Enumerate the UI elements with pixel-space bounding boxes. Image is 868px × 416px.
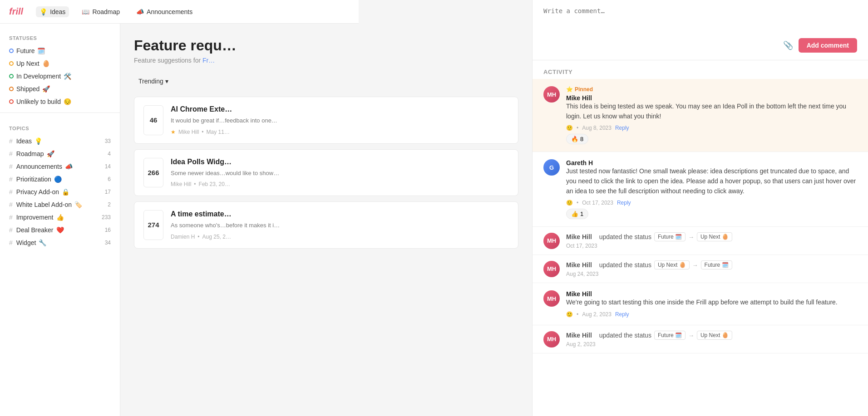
- page-title: Feature requ…: [134, 37, 518, 54]
- status-date-4: Aug 24, 2023: [566, 271, 857, 277]
- hash-icon-improvement: #: [9, 214, 13, 221]
- topic-announcements[interactable]: # Announcements 📣 14: [0, 160, 120, 173]
- topic-emoji-ideas: 💡: [35, 137, 42, 145]
- reaction-btn-1[interactable]: 🔥 8: [566, 134, 588, 144]
- topic-emoji-deal-breaker: ❤️: [56, 226, 64, 234]
- status-date-3: Oct 17, 2023: [566, 243, 857, 249]
- hash-icon-roadmap: #: [9, 150, 13, 157]
- idea-card-2[interactable]: 266 Idea Polls Widg… Some newer ideas…wo…: [134, 149, 518, 196]
- vote-box-1[interactable]: 46: [143, 105, 163, 135]
- card-author-2: Mike Hill: [171, 181, 191, 187]
- reply-link-5[interactable]: Reply: [615, 311, 629, 318]
- status-text-4: Mike Hill updated the status Up Next 🥚 →…: [566, 260, 857, 269]
- status-shipped[interactable]: Shipped 🚀: [0, 83, 120, 95]
- nav-item-announcements[interactable]: 📣 Announcements: [133, 6, 196, 17]
- pin-badge: ⭐ Pinned: [566, 86, 593, 93]
- reaction-btn-2[interactable]: 👍 1: [566, 209, 588, 219]
- status-dot-unlikely: [9, 99, 14, 104]
- status-dot-indev: [9, 74, 14, 78]
- vote-box-2[interactable]: 266: [143, 158, 163, 188]
- hash-icon-ideas: #: [9, 137, 13, 145]
- topics-section-label: Topics: [0, 117, 120, 135]
- card-meta-3: Damien H • Aug 25, 2…: [171, 234, 509, 240]
- activity-meta-2: 🙂 • Oct 17, 2023 Reply: [566, 200, 857, 206]
- activity-meta-1: 🙂 • Aug 8, 2023 Reply: [566, 125, 857, 131]
- card-desc-2: Some newer ideas…would like to show…: [171, 169, 509, 178]
- activity-item-1: MH ⭐ Pinned Mike Hill This Idea is being…: [533, 79, 868, 152]
- vote-count-1: 46: [150, 116, 158, 124]
- reply-link-1[interactable]: Reply: [615, 125, 629, 131]
- topic-label-announcements: Announcements: [16, 163, 62, 170]
- status-text-6: Mike Hill updated the status Future 🗓️ →…: [566, 331, 857, 340]
- topic-label-prioritization: Prioritization: [16, 176, 51, 183]
- card-title-1: AI Chrome Exte…: [171, 105, 509, 113]
- avatar-mh-5: MH: [543, 290, 560, 307]
- status-emoji-indev: 🛠️: [64, 73, 71, 80]
- trending-label: Trending: [138, 78, 163, 85]
- status-emoji-unlikely: 😔: [64, 98, 71, 105]
- vote-count-3: 274: [148, 221, 159, 229]
- emoji-react-2[interactable]: 🙂: [566, 200, 573, 206]
- status-emoji-future: 🗓️: [37, 47, 45, 54]
- nav-item-roadmap[interactable]: 📖 Roadmap: [78, 6, 123, 17]
- topic-count-announcements: 14: [105, 163, 111, 170]
- topic-privacy[interactable]: # Privacy Add-on 🔒 17: [0, 186, 120, 198]
- topic-widget[interactable]: # Widget 🔧 34: [0, 236, 120, 249]
- hash-icon-deal-breaker: #: [9, 226, 13, 234]
- topic-emoji-privacy: 🔒: [62, 188, 69, 196]
- activity-item-3: MH Mike Hill updated the status Future 🗓…: [533, 227, 868, 255]
- chevron-down-icon: ▾: [165, 78, 168, 85]
- status-label-upnext: Up Next: [16, 60, 39, 67]
- card-title-3: A time estimate…: [171, 210, 509, 218]
- status-label-indev: In Development: [16, 73, 61, 80]
- hash-icon-widget: #: [9, 239, 13, 246]
- topic-roadmap[interactable]: # Roadmap 🚀 4: [0, 147, 120, 160]
- topic-label-ideas: Ideas: [16, 137, 32, 145]
- activity-text-1: This Idea is being tested as we speak. Y…: [566, 102, 857, 121]
- vote-count-2: 266: [148, 169, 159, 176]
- emoji-react-5[interactable]: 🙂: [566, 311, 573, 318]
- attach-icon[interactable]: 📎: [783, 40, 793, 50]
- topic-improvement[interactable]: # Improvement 👍 233: [0, 211, 120, 224]
- activity-item-6: MH Mike Hill updated the status Future 🗓…: [533, 325, 868, 353]
- trending-filter[interactable]: Trending ▾: [134, 75, 173, 88]
- status-label-unlikely: Unlikely to build: [16, 98, 61, 105]
- avatar-mh-4: MH: [543, 261, 560, 277]
- bullet-act5: •: [577, 311, 578, 318]
- topic-ideas[interactable]: # Ideas 💡 33: [0, 135, 120, 147]
- announcements-icon: 📣: [136, 8, 144, 15]
- idea-card-1[interactable]: 46 AI Chrome Exte… It would be great if……: [134, 97, 518, 144]
- avatar-mh-1: MH: [543, 86, 560, 103]
- date-act5: Aug 2, 2023: [582, 311, 612, 318]
- idea-card-3[interactable]: 274 A time estimate… As someone who's…be…: [134, 201, 518, 249]
- card-author-3: Damien H: [171, 234, 195, 240]
- topic-prioritization[interactable]: # Prioritization 🔵 6: [0, 173, 120, 186]
- activity-item-2: G Gareth H Just tested now fantastic! On…: [533, 152, 868, 227]
- topic-label-improvement: Improvement: [16, 214, 54, 221]
- add-comment-button[interactable]: Add comment: [799, 38, 857, 53]
- topic-white-label[interactable]: # White Label Add-on 🏷️ 2: [0, 198, 120, 211]
- emoji-react-1[interactable]: 🙂: [566, 125, 573, 131]
- card-date-1: May 11…: [207, 129, 230, 135]
- status-emoji-shipped: 🚀: [42, 85, 50, 93]
- status-label-shipped: Shipped: [16, 85, 39, 93]
- activity-text-2: Just tested now fantastic! One small twe…: [566, 166, 857, 196]
- status-unlikely[interactable]: Unlikely to build 😔: [0, 95, 120, 108]
- page-subtitle: Feature suggestions for Fr…: [134, 57, 518, 64]
- topic-count-privacy: 17: [105, 189, 111, 195]
- bullet-3: •: [197, 234, 199, 240]
- status-text-3: Mike Hill updated the status Future 🗓️ →…: [566, 232, 857, 241]
- date-act1: Aug 8, 2023: [582, 125, 612, 131]
- topic-count-white-label: 2: [108, 201, 111, 208]
- nav-item-ideas[interactable]: 💡 Ideas: [36, 6, 69, 17]
- status-in-development[interactable]: In Development 🛠️: [0, 70, 120, 83]
- topic-deal-breaker[interactable]: # Deal Breaker ❤️ 16: [0, 224, 120, 236]
- hash-icon-prioritization: #: [9, 176, 13, 183]
- status-up-next[interactable]: Up Next 🥚: [0, 57, 120, 70]
- topic-count-improvement: 233: [102, 214, 111, 220]
- reply-link-2[interactable]: Reply: [617, 200, 631, 206]
- comment-input[interactable]: [543, 7, 857, 34]
- status-future[interactable]: Future 🗓️: [0, 44, 120, 57]
- topic-count-roadmap: 4: [108, 151, 111, 157]
- vote-box-3[interactable]: 274: [143, 210, 163, 240]
